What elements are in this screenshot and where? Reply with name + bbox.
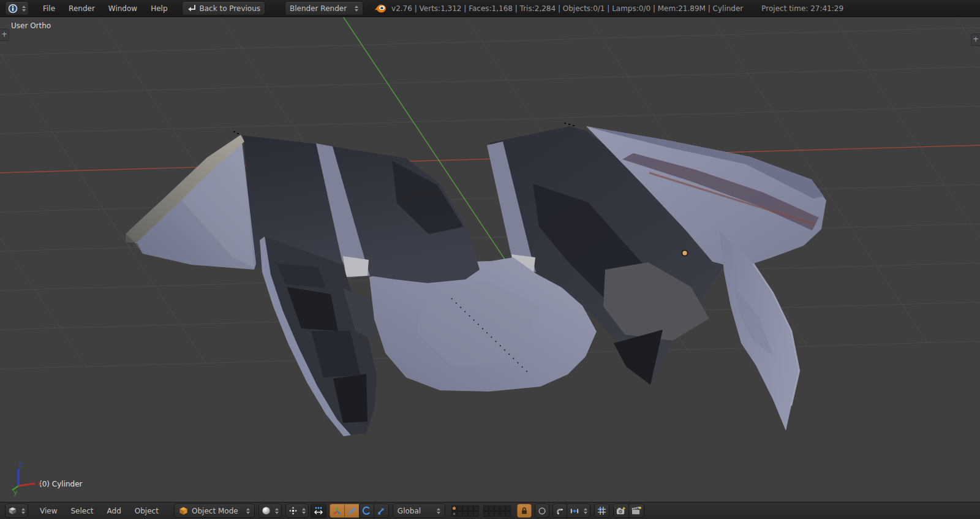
manipulator-translate-button[interactable] [344,504,360,518]
mode-select[interactable]: Object Mode [174,504,255,518]
scale-icon [377,506,386,515]
snap-element-arrows [584,508,587,514]
object-origin-dot [682,251,688,256]
editor-type-button[interactable] [5,1,29,15]
editor-type-arrows [22,6,26,12]
render-engine-select[interactable]: Blender Render [285,1,363,15]
orientation-value: Global [398,507,421,515]
shading-arrows [275,508,279,514]
blender-logo [374,3,386,14]
absolute-grid-snap-icon [597,506,606,515]
layer-toggle-18[interactable] [494,511,500,517]
layer-toggle-2[interactable] [457,506,462,511]
opengl-render-icon [616,506,626,515]
manipulate-centers-icon [314,506,323,515]
menu-window[interactable]: Window [102,4,144,13]
info-icon [8,4,18,13]
pivot-icon [288,506,298,515]
opengl-render-animation-button[interactable] [628,504,644,518]
layer-toggle-8[interactable] [462,511,468,517]
menu-object[interactable]: Object [128,507,165,515]
info-header: File Render Window Help Back to Previous… [0,0,980,17]
render-engine-arrows [355,6,358,12]
manipulator-group [330,504,389,518]
orientation-arrows [437,508,440,514]
layer-toggle-11[interactable] [483,506,489,511]
layers-group-2 [483,506,511,517]
snap-increment-icon [570,507,579,515]
toolshelf-expand-tab[interactable]: + [0,29,9,41]
pivot-point-select[interactable] [285,504,309,518]
snap-magnet-icon [556,507,564,515]
properties-expand-tab[interactable]: + [971,34,980,46]
mode-arrows [246,508,250,514]
pivot-arrows [302,508,306,514]
manipulate-centers-toggle[interactable] [311,504,326,518]
snap-group [552,504,590,518]
layer-toggle-4[interactable] [468,506,473,511]
editor-type-button-3dview[interactable] [5,504,28,518]
rotate-icon [362,506,371,515]
axis-z-label: z [19,460,23,468]
absolute-grid-snap-toggle[interactable] [594,504,609,518]
axis-x-label: x [37,479,42,487]
opengl-render-button[interactable] [613,504,629,518]
active-object-label: (0) Cylinder [39,480,83,488]
proportional-edit-icon [538,507,546,515]
orientation-select[interactable]: Global [393,504,445,518]
menu-file[interactable]: File [36,4,62,13]
viewport-shading-select[interactable] [258,504,282,518]
layer-toggle-7[interactable] [457,511,462,517]
blender-window: { "app": {"name": "Blender"}, "top_heade… [0,0,980,519]
layer-toggle-20[interactable] [505,511,511,517]
layer-toggle-10[interactable] [473,511,479,517]
opengl-render-group [613,504,644,518]
project-time: Project time: 27:41:29 [761,4,843,13]
shading-sphere-icon [262,506,271,515]
render-engine-value: Blender Render [290,4,347,13]
back-to-previous-button[interactable]: Back to Previous [182,1,266,15]
back-to-previous-label: Back to Previous [200,4,261,13]
layer-toggle-13[interactable] [494,506,500,511]
marked-edge-dashes [233,123,575,134]
layer-toggle-16[interactable] [483,511,489,517]
editor-type-arrows [21,508,25,514]
manipulator-rotate-button[interactable] [359,504,374,518]
layer-toggle-19[interactable] [500,511,505,517]
layer-toggle-3[interactable] [462,506,468,511]
proportional-edit-select[interactable] [535,504,549,518]
manipulator-scale-button[interactable] [374,504,389,518]
cylinder-mesh-object[interactable] [126,123,826,436]
manipulator-icon [333,506,342,515]
layer-toggle-9[interactable] [468,511,473,517]
object-mode-cube-icon [179,506,188,515]
layer-toggle-6[interactable] [451,511,457,517]
viewport-3d[interactable]: User Ortho (0) Cylinder + + z x y [0,17,980,502]
menu-render[interactable]: Render [62,4,102,13]
menu-view[interactable]: View [33,507,64,515]
layer-toggle-1[interactable] [451,506,457,511]
layer-toggle-17[interactable] [489,511,494,517]
menu-help[interactable]: Help [144,4,174,13]
snap-element-select[interactable] [567,504,590,518]
layer-toggle-15[interactable] [505,506,511,511]
snap-toggle[interactable] [552,504,567,518]
layer-toggle-14[interactable] [500,506,505,511]
editor-3dview-icon [8,506,17,515]
view-name-label: User Ortho [11,21,51,30]
layer-toggle-5[interactable] [473,506,479,511]
axis-y-label: y [13,488,18,496]
mode-value: Object Mode [192,507,238,515]
lock-to-scene-toggle[interactable] [517,504,532,518]
opengl-anim-icon [631,506,641,515]
menu-add[interactable]: Add [100,507,128,515]
viewport-header: View Select Add Object Object Mode [0,502,980,519]
back-icon [187,4,196,12]
translate-icon [347,506,356,515]
layer-toggle-12[interactable] [489,506,494,511]
manipulator-toggle[interactable] [330,504,345,518]
lock-to-scene-icon [520,506,529,515]
viewport-canvas [0,17,980,502]
scene-statistics: v2.76 | Verts:1,312 | Faces:1,168 | Tris… [391,4,743,13]
menu-select[interactable]: Select [64,507,100,515]
